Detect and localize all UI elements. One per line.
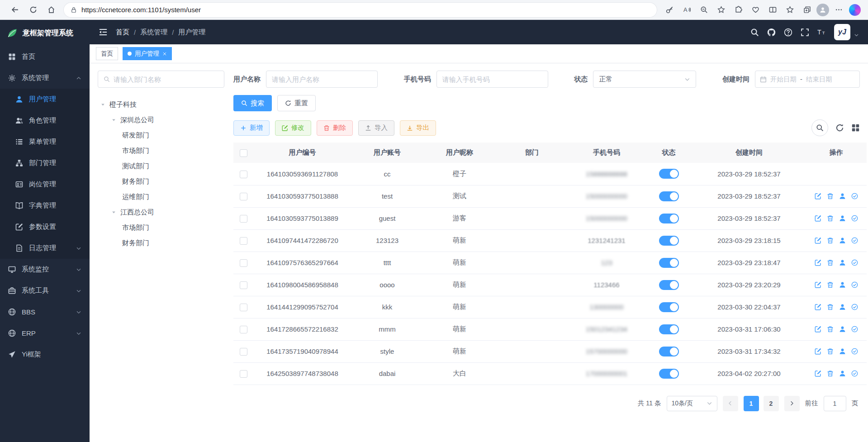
trash-icon[interactable]: [827, 326, 834, 333]
check-circle-icon[interactable]: [851, 326, 858, 333]
reset-button[interactable]: 重置: [277, 95, 316, 111]
edit-icon[interactable]: [815, 304, 821, 310]
check-circle-icon[interactable]: [851, 259, 858, 266]
edit-icon[interactable]: [815, 237, 821, 244]
fullscreen-icon[interactable]: [801, 28, 809, 37]
status-toggle[interactable]: [659, 280, 679, 290]
status-toggle[interactable]: [659, 324, 679, 334]
heart-icon[interactable]: [748, 2, 763, 18]
split-icon[interactable]: [765, 2, 780, 18]
tree-node[interactable]: 研发部门: [98, 128, 224, 143]
sidebar-subitem[interactable]: 用户管理: [0, 89, 90, 110]
status-toggle[interactable]: [659, 258, 679, 268]
sidebar-subitem[interactable]: 部门管理: [0, 152, 90, 174]
prev-page-button[interactable]: [723, 396, 738, 411]
row-checkbox[interactable]: [240, 348, 247, 356]
row-checkbox[interactable]: [240, 281, 247, 289]
sidebar-subitem[interactable]: 日志管理: [0, 238, 90, 259]
trash-icon[interactable]: [827, 348, 834, 355]
user-avatar[interactable]: yJ: [834, 24, 850, 40]
trash-icon[interactable]: [827, 215, 834, 222]
trash-icon[interactable]: [827, 281, 834, 288]
starbar-icon[interactable]: [782, 2, 797, 18]
tree-node[interactable]: 运维部门: [98, 189, 224, 204]
check-circle-icon[interactable]: [851, 304, 858, 310]
user-icon[interactable]: [839, 237, 846, 244]
import-button[interactable]: 导入: [358, 120, 394, 136]
sidebar-item[interactable]: 系统工具: [0, 280, 90, 301]
date-range-picker[interactable]: 开始日期 - 结束日期: [755, 71, 860, 88]
address-bar[interactable]: https://ccnetcore.com:1101/system/user: [63, 2, 657, 18]
readaloud-icon[interactable]: A: [679, 2, 694, 18]
row-checkbox[interactable]: [240, 171, 247, 178]
row-checkbox[interactable]: [240, 326, 247, 333]
status-toggle[interactable]: [659, 191, 679, 201]
edit-icon[interactable]: [815, 259, 821, 266]
tree-node[interactable]: 财务部门: [98, 235, 224, 251]
goto-page-input[interactable]: [824, 396, 846, 411]
user-icon[interactable]: [839, 348, 846, 355]
breadcrumb-system[interactable]: 系统管理: [140, 28, 167, 37]
phone-input[interactable]: [436, 71, 548, 88]
search-icon[interactable]: [750, 28, 759, 37]
trash-icon[interactable]: [827, 304, 834, 310]
sidebar-subitem[interactable]: 字典管理: [0, 195, 90, 216]
status-toggle[interactable]: [659, 236, 679, 246]
trash-icon[interactable]: [827, 193, 834, 200]
browser-profile-avatar[interactable]: [816, 4, 829, 16]
page-number-button[interactable]: 2: [764, 396, 779, 411]
username-input[interactable]: [266, 71, 378, 88]
row-checkbox[interactable]: [240, 215, 247, 223]
user-icon[interactable]: [839, 259, 846, 266]
select-all-checkbox[interactable]: [240, 149, 247, 157]
edit-icon[interactable]: [815, 193, 821, 200]
row-checkbox[interactable]: [240, 193, 247, 200]
check-circle-icon[interactable]: [851, 215, 858, 222]
add-button[interactable]: 新增: [233, 120, 270, 136]
row-checkbox[interactable]: [240, 370, 247, 378]
edit-icon[interactable]: [815, 370, 821, 377]
export-button[interactable]: 导出: [400, 120, 436, 136]
edit-button[interactable]: 修改: [275, 120, 311, 136]
tab-home[interactable]: 首页: [96, 47, 118, 60]
user-icon[interactable]: [839, 193, 846, 200]
sidebar-item[interactable]: 首页: [0, 46, 90, 67]
browser-settings-icon[interactable]: [831, 2, 846, 18]
tree-node[interactable]: 深圳总公司: [98, 112, 224, 128]
tree-node[interactable]: 橙子科技: [98, 97, 224, 112]
delete-button[interactable]: 删除: [317, 120, 353, 136]
row-checkbox[interactable]: [240, 304, 247, 311]
back-icon[interactable]: [7, 2, 23, 18]
next-page-button[interactable]: [784, 396, 800, 411]
check-circle-icon[interactable]: [851, 237, 858, 244]
collections-icon[interactable]: [799, 2, 815, 18]
sidebar-subitem[interactable]: 参数设置: [0, 216, 90, 238]
refresh-table-icon[interactable]: [835, 124, 844, 132]
sidebar-subitem[interactable]: 菜单管理: [0, 131, 90, 152]
status-select[interactable]: 正常: [593, 71, 696, 88]
edit-icon[interactable]: [815, 215, 821, 222]
question-icon[interactable]: [784, 28, 792, 37]
sidebar-subitem[interactable]: 岗位管理: [0, 174, 90, 195]
star-icon[interactable]: [713, 2, 729, 18]
refresh-icon[interactable]: [25, 2, 41, 18]
tree-node[interactable]: 市场部门: [98, 143, 224, 158]
tree-node[interactable]: 测试部门: [98, 158, 224, 174]
edit-icon[interactable]: [815, 348, 821, 355]
edit-icon[interactable]: [815, 326, 821, 333]
copilot-icon[interactable]: [849, 4, 861, 16]
status-toggle[interactable]: [659, 369, 679, 379]
status-toggle[interactable]: [659, 347, 679, 356]
sidebar-item[interactable]: ERP: [0, 323, 90, 344]
edit-icon[interactable]: [815, 281, 821, 288]
check-circle-icon[interactable]: [851, 281, 858, 288]
user-icon[interactable]: [839, 370, 846, 377]
puzzle-icon[interactable]: [730, 2, 746, 18]
tab-user-management[interactable]: 用户管理: [123, 47, 172, 60]
sidebar-item[interactable]: Yi框架: [0, 344, 90, 365]
trash-icon[interactable]: [827, 370, 834, 377]
status-toggle[interactable]: [659, 302, 679, 312]
trash-icon[interactable]: [827, 237, 834, 244]
close-icon[interactable]: [162, 52, 167, 56]
key-icon[interactable]: [662, 2, 677, 18]
